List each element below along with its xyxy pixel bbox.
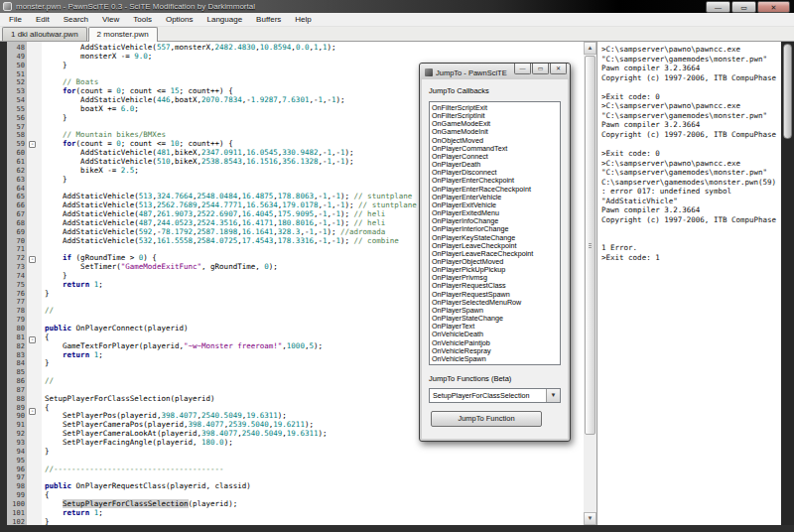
code-line[interactable]: } [45, 518, 584, 525]
output-line: Pawn compiler 3.2.3664 [601, 120, 781, 130]
line-number-gutter: 4849505152535455565758596061626364656667… [7, 42, 27, 525]
code-line[interactable]: } [45, 448, 584, 457]
output-line: Pawn compiler 3.2.3664 [601, 64, 781, 73]
menu-options[interactable]: Options [159, 13, 200, 26]
scroll-up-icon[interactable]: ▲ [584, 42, 596, 55]
callbacks-listbox[interactable]: OnFilterScriptExitOnFilterScriptInitOnGa… [429, 101, 561, 365]
functions-dropdown[interactable]: SetupPlayerForClassSelection ▼ [429, 388, 561, 403]
editor-scrollbar-thumb[interactable] [585, 56, 596, 435]
scroll-down-icon[interactable]: ▼ [584, 512, 596, 525]
app-icon [3, 2, 12, 11]
fold-collapse-icon[interactable]: - [29, 336, 36, 343]
output-line: "AddStaticVhicle" [601, 197, 781, 206]
callbacks-label: JumpTo Callbacks [429, 86, 561, 95]
window-title: monster.pwn - PawnSciTE 0.3 - SciTE Modi… [16, 2, 255, 11]
jumpto-dialog-title: JumpTo - PawnSciTE [436, 68, 519, 77]
jumpto-function-button[interactable]: JumpTo Function [431, 411, 542, 427]
tab-bar: 1 dki alloutwar.pwn2 monster.pwn [0, 27, 794, 42]
fold-margin[interactable]: ---- [27, 42, 42, 525]
tab-2-monster.pwn[interactable]: 2 monster.pwn [88, 27, 158, 42]
menu-language[interactable]: Language [200, 13, 250, 26]
menu-tools[interactable]: Tools [126, 13, 159, 26]
output-line: >Exit code: 0 [601, 149, 781, 159]
output-line: "C:\sampserver\gamemodes\monster.pwn" [601, 55, 781, 65]
jumpto-dialog-titlebar[interactable]: JumpTo - PawnSciTE — ▭ ✕ [420, 64, 570, 79]
output-line: Copyright (c) 1997-2006, ITB CompuPhase [601, 73, 781, 83]
jumpto-dialog-icon [425, 68, 433, 76]
close-button[interactable]: ✕ [757, 1, 790, 13]
chevron-down-icon[interactable]: ▼ [546, 389, 560, 402]
title-bar: monster.pwn - PawnSciTE 0.3 - SciTE Modi… [0, 0, 794, 13]
editor-scrollbar[interactable]: ▲ ▼ [584, 42, 596, 525]
output-line: "C:\sampserver\gamemodes\monster.pwn" [601, 111, 781, 121]
minimize-button[interactable]: — [706, 1, 730, 13]
dialog-maximize-button[interactable]: ▭ [532, 64, 549, 74]
output-line [601, 224, 781, 234]
dialog-close-button[interactable]: ✕ [550, 64, 567, 74]
output-line: Copyright (c) 1997-2006, ITB CompuPhase [601, 215, 781, 225]
functions-dropdown-value: SetupPlayerForClassSelection [430, 391, 546, 400]
menu-buffers[interactable]: Buffers [249, 13, 288, 26]
window-bottom-edge [0, 525, 794, 532]
code-line[interactable]: SetupPlayerForClassSelection(playerid); [45, 500, 584, 509]
menu-bar: FileEditSearchViewToolsOptionsLanguageBu… [0, 13, 794, 27]
code-line[interactable]: //-------------------------------------- [45, 466, 584, 474]
output-line: >C:\sampserver\pawno\pawncc.exe [601, 45, 781, 55]
output-scrollbar[interactable] [781, 42, 794, 525]
output-line: : error 017: undefined symbol [601, 187, 781, 197]
window-left-edge [0, 42, 7, 525]
output-line: Pawn compiler 3.2.3664 [601, 205, 781, 215]
functions-label: JumpTo Functions (Beta) [429, 374, 561, 383]
code-line[interactable]: public OnPlayerRequestClass(playerid, cl… [45, 482, 584, 491]
output-scrollbar-thumb[interactable] [783, 44, 792, 139]
fold-collapse-icon[interactable]: - [29, 408, 36, 415]
menu-edit[interactable]: Edit [29, 13, 57, 26]
callback-item[interactable]: OnVehicleSpawn [432, 355, 560, 363]
output-line: >C:\sampserver\pawno\pawncc.exe [601, 159, 781, 169]
menu-file[interactable]: File [2, 13, 29, 26]
jumpto-dialog: JumpTo - PawnSciTE — ▭ ✕ JumpTo Callback… [419, 63, 571, 442]
fold-collapse-icon[interactable]: - [29, 141, 36, 148]
main-area: 4849505152535455565758596061626364656667… [0, 42, 794, 525]
output-line: 1 Error. [601, 243, 781, 253]
code-line[interactable]: monsterX -= 9.0; [45, 53, 584, 62]
output-line: >Exit code: 0 [601, 92, 781, 102]
menu-search[interactable]: Search [57, 13, 95, 26]
dialog-minimize-button[interactable]: — [514, 64, 531, 74]
code-line[interactable]: return 1; [45, 509, 584, 518]
fold-collapse-icon[interactable]: - [29, 256, 36, 263]
menu-view[interactable]: View [95, 13, 126, 26]
output-line [601, 234, 781, 244]
output-line: >Exit code: 1 [601, 253, 781, 263]
compiler-output-pane[interactable]: >C:\sampserver\pawno\pawncc.exe"C:\samps… [596, 42, 781, 525]
output-line: >C:\sampserver\pawno\pawncc.exe [601, 101, 781, 111]
menu-help[interactable]: Help [288, 13, 318, 26]
output-line: "C:\sampserver\gamemodes\monster.pwn" [601, 168, 781, 178]
output-line [601, 139, 781, 149]
output-line: Copyright (c) 1997-2006, ITB CompuPhase [601, 130, 781, 140]
maximize-button[interactable]: ▭ [731, 1, 756, 13]
output-line: C:\sampserver\gamemodes\monster.pwn(59) [601, 178, 781, 188]
tab-1-dki-alloutwar.pwn[interactable]: 1 dki alloutwar.pwn [2, 27, 87, 41]
output-line [601, 82, 781, 92]
